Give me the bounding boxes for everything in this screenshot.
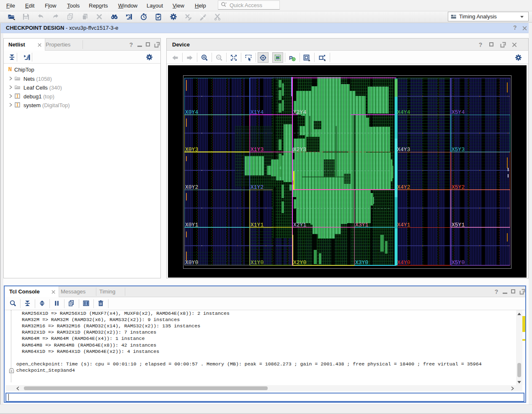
svg-text:X1Y4: X1Y4 xyxy=(251,109,263,116)
svg-text:X1Y2: X1Y2 xyxy=(251,184,263,190)
svg-text:X5Y4: X5Y4 xyxy=(452,109,465,116)
svg-text:X4Y3: X4Y3 xyxy=(397,147,410,153)
svg-text:X5Y2: X5Y2 xyxy=(452,184,465,190)
svg-text:X0Y4: X0Y4 xyxy=(185,109,198,116)
svg-text:X2Y0: X2Y0 xyxy=(293,260,306,266)
svg-text:X5Y3: X5Y3 xyxy=(452,147,465,153)
svg-text:X4Y1: X4Y1 xyxy=(397,222,410,228)
svg-text:X2Y4: X2Y4 xyxy=(293,109,306,116)
svg-text:X0Y0: X0Y0 xyxy=(185,260,198,266)
svg-text:X0Y2: X0Y2 xyxy=(185,184,198,190)
svg-text:X3Y1: X3Y1 xyxy=(355,222,368,228)
svg-text:X4Y4: X4Y4 xyxy=(397,109,410,116)
svg-text:X3Y0: X3Y0 xyxy=(355,260,368,266)
svg-text:X2Y3: X2Y3 xyxy=(293,147,306,153)
svg-text:X2Y1: X2Y1 xyxy=(293,222,306,228)
svg-text:X0Y3: X0Y3 xyxy=(185,147,198,153)
svg-text:X1Y0: X1Y0 xyxy=(251,260,263,266)
svg-text:X4Y0: X4Y0 xyxy=(397,260,410,266)
svg-text:X5Y0: X5Y0 xyxy=(452,260,465,266)
svg-text:X5Y1: X5Y1 xyxy=(452,222,465,228)
svg-text:X4Y2: X4Y2 xyxy=(397,184,410,190)
svg-text:X1Y1: X1Y1 xyxy=(251,222,263,228)
svg-text:X1Y3: X1Y3 xyxy=(251,147,263,153)
svg-text:X0Y1: X0Y1 xyxy=(185,222,198,228)
